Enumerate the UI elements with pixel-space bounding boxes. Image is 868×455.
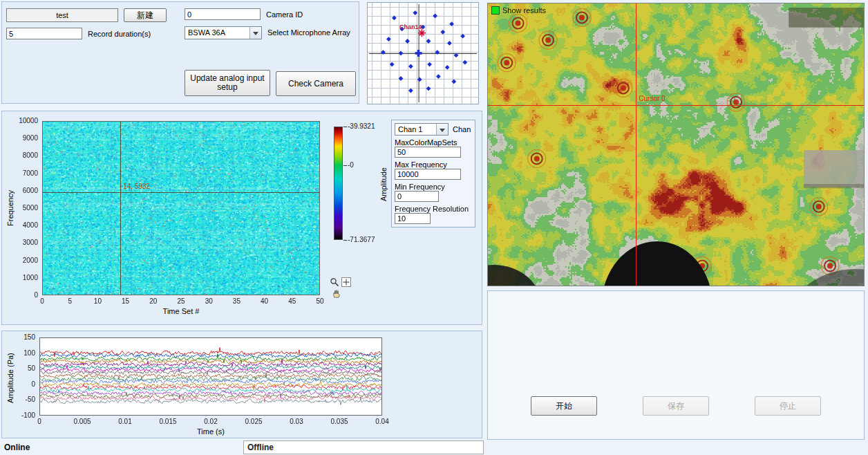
camera-cursor-label: Cursor 0 — [639, 95, 665, 102]
tick-label: 0 — [8, 380, 35, 388]
min-frequency-input[interactable] — [395, 191, 439, 202]
tick-label: 1000 — [8, 274, 38, 281]
tick-label: 25 — [169, 297, 194, 305]
channel-dropdown-value: Chan 1 — [398, 125, 422, 133]
save-button[interactable]: 保存 — [643, 396, 709, 416]
chevron-down-icon[interactable] — [436, 124, 448, 135]
frequency-resolution-input[interactable] — [395, 213, 431, 224]
tick-label: 30 — [196, 297, 221, 305]
status-offline: Offline — [243, 440, 484, 454]
colorbar-tick-label: -71.3677 — [348, 236, 375, 243]
mic-array-plot-panel: Chan14 — [367, 2, 479, 104]
tick-label: 50 — [8, 364, 35, 372]
action-panel: 开始 保存 停止 — [487, 290, 865, 440]
camera-view-panel: Cursor 0 Show results — [487, 3, 865, 286]
spectrogram-plot[interactable]: 14, 5932 — [42, 121, 320, 295]
tick-label: 0.035 — [326, 418, 353, 425]
spectrogram-cursor-horizontal[interactable] — [43, 192, 319, 193]
tick-label: 150 — [8, 333, 35, 341]
cursor-tool-icon[interactable] — [341, 277, 351, 287]
tick-label: 50 — [308, 297, 332, 305]
tick-label: 5 — [57, 297, 82, 305]
waveform-panel: Amplitude (Pa) Time (s) 150100500-50-100… — [1, 331, 482, 438]
zoom-tool-icon[interactable] — [330, 277, 339, 287]
tick-label: -50 — [8, 396, 35, 403]
frequency-resolution-label: Frequency Resolution — [395, 205, 469, 213]
tick-label: 0.005 — [68, 418, 96, 425]
pan-tool-icon[interactable] — [332, 288, 341, 298]
max-colormap-label: MaxColorMapSets — [395, 138, 457, 147]
min-frequency-label: Min Frequency — [395, 183, 445, 191]
tick-label: 100 — [8, 349, 35, 357]
tick-label: 10 — [85, 297, 110, 305]
tick-label: 5000 — [8, 204, 38, 212]
record-duration-label: Record duration(s) — [88, 30, 151, 38]
tick-label: 6000 — [8, 187, 38, 194]
waveform-plot[interactable] — [39, 337, 382, 416]
max-frequency-label: Max Frequency — [395, 160, 447, 169]
tick-label: 0.03 — [283, 418, 310, 425]
array-cursor-label: Chan14 — [399, 24, 422, 30]
channel-controls: Chan 1 Chan MaxColorMapSets Max Frequenc… — [391, 120, 475, 228]
show-results-indicator[interactable] — [491, 6, 500, 15]
tick-label: 15 — [113, 297, 138, 305]
amplitude-colorbar — [334, 127, 343, 240]
record-duration-input[interactable] — [6, 28, 82, 39]
tick-label: 7000 — [8, 169, 38, 177]
spectrogram-cursor-vertical[interactable] — [120, 122, 121, 295]
tick-label: 35 — [224, 297, 249, 305]
tick-label: 40 — [252, 297, 277, 305]
mic-array-plot[interactable] — [368, 3, 478, 104]
update-analog-input-button[interactable]: Update analog input setup — [185, 70, 270, 96]
colorbar-label: Amplitude — [379, 167, 388, 201]
mic-array-label: Select Microphone Array — [267, 28, 350, 37]
tick-label: 9000 — [8, 134, 38, 142]
tick-label: 45 — [280, 297, 305, 305]
colorbar-tick-label: -39.9321 — [348, 122, 375, 130]
channel-dropdown[interactable]: Chan 1 — [395, 123, 449, 136]
tick-label: 0 — [30, 297, 55, 305]
channel-dropdown-label: Chan — [453, 125, 471, 133]
colorbar-tick-mark — [343, 127, 347, 127]
mic-array-value: BSWA 36A — [188, 28, 225, 37]
spectrogram-panel: Frequency 14, 5932 Time Set # Amplitude … — [1, 111, 482, 325]
tick-label: 0.04 — [368, 418, 396, 425]
status-online: Online — [4, 443, 30, 452]
tick-label: 0.015 — [154, 418, 182, 425]
camera-crosshair-vertical[interactable] — [636, 3, 636, 286]
config-panel: test 新建 Record duration(s) Camera ID BSW… — [1, 1, 359, 104]
max-frequency-input[interactable] — [395, 169, 461, 180]
new-button[interactable]: 新建 — [124, 8, 167, 22]
waveform-xlabel: Time (s) — [39, 427, 382, 436]
tick-label: 0.01 — [111, 418, 139, 425]
camera-id-label: Camera ID — [266, 10, 303, 19]
tick-label: 8000 — [8, 151, 38, 159]
camera-id-input[interactable] — [185, 8, 261, 20]
tick-label: 10000 — [8, 117, 38, 124]
max-colormap-input[interactable] — [395, 147, 461, 158]
tick-label: 3000 — [8, 239, 38, 246]
tick-label: 0.025 — [240, 418, 267, 425]
status-offline-text: Offline — [247, 443, 274, 452]
colorbar-tick-mark — [343, 240, 347, 241]
colorbar-tick-mark — [343, 165, 347, 166]
chevron-down-icon[interactable] — [249, 27, 261, 39]
show-results-checkbox[interactable]: Show results — [491, 6, 546, 15]
show-results-label: Show results — [502, 6, 546, 15]
start-button[interactable]: 开始 — [531, 396, 597, 416]
tick-label: 0.02 — [197, 418, 225, 425]
spectrogram-xlabel: Time Set # — [42, 307, 320, 315]
acoustic-camera-image[interactable] — [488, 3, 864, 286]
mic-array-dropdown[interactable]: BSWA 36A — [185, 26, 262, 39]
colorbar-tick-label: -0 — [348, 161, 354, 169]
tick-label: 20 — [141, 297, 166, 305]
tick-label: 0 — [26, 418, 53, 425]
check-camera-button[interactable]: Check Camera — [276, 71, 356, 96]
stop-button[interactable]: 停止 — [755, 396, 821, 416]
test-name-field[interactable]: test — [6, 8, 118, 22]
tick-label: 4000 — [8, 221, 38, 229]
camera-crosshair-horizontal[interactable] — [488, 105, 864, 106]
tick-label: 2000 — [8, 257, 38, 264]
spectrogram-cursor-label: 14, 5932 — [123, 183, 150, 190]
